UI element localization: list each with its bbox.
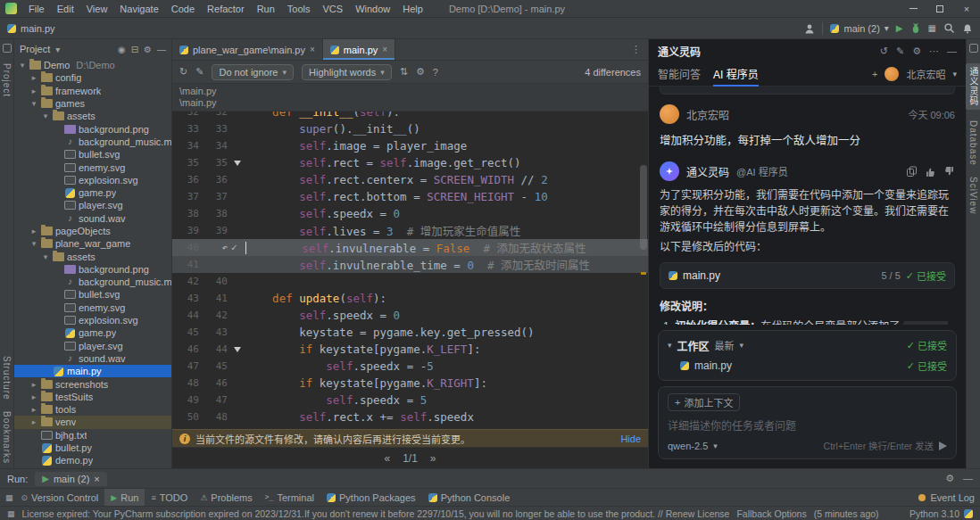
menu-item-code[interactable]: Code <box>165 0 201 18</box>
edit-icon[interactable]: ✎ <box>195 66 203 78</box>
close-tab-icon[interactable]: × <box>310 45 315 54</box>
diff-settings-icon[interactable]: ⚙ <box>416 66 425 78</box>
chevron-right-icon[interactable]: ▸ <box>29 392 38 401</box>
tool-window-switcher-icon[interactable]: ▦ <box>5 493 13 502</box>
tree-item[interactable]: explosion.svg <box>14 174 171 186</box>
tree-item[interactable]: ♪background_music.mp3 <box>14 276 171 288</box>
tree-item[interactable]: ▾assets <box>14 250 171 262</box>
tree-item[interactable]: game.py <box>14 326 171 339</box>
hide-panel-icon[interactable]: — <box>963 473 973 484</box>
python-interpreter[interactable]: Python 3.10 <box>909 508 959 519</box>
chevron-down-icon[interactable]: ▾ <box>18 61 27 70</box>
navigation-breadcrumb[interactable]: main.py <box>7 23 55 34</box>
tree-item[interactable]: bullet.py <box>14 442 171 454</box>
tree-item[interactable]: background.png <box>14 122 171 135</box>
history-icon[interactable]: ↺ <box>880 45 888 57</box>
add-icon[interactable]: + <box>872 69 877 79</box>
tree-item[interactable]: ♪sound.wav <box>14 212 171 225</box>
chat-input[interactable]: 详细描述你的任务或者问题 <box>668 417 947 433</box>
sidebar-item-database[interactable]: Database <box>968 120 978 166</box>
tool-window-button-todo[interactable]: ≡TODO <box>145 489 194 506</box>
fallback-options-link[interactable]: Fallback Options <box>736 508 806 519</box>
swap-sides-icon[interactable]: ⇅ <box>400 66 408 78</box>
chevron-down-icon[interactable]: ▾ <box>55 45 60 54</box>
tree-item[interactable]: ▸framework <box>14 85 171 97</box>
tool-window-button-version-control[interactable]: ⊙Version Control <box>15 489 105 506</box>
chevron-down-icon[interactable]: ▾ <box>41 111 50 120</box>
tree-item[interactable]: ▾games <box>14 97 171 110</box>
close-window-icon[interactable]: × <box>953 0 980 17</box>
tool-window-icon[interactable] <box>969 44 978 53</box>
tree-item[interactable]: ▸venv <box>14 416 171 428</box>
next-difference-icon[interactable]: » <box>430 452 436 465</box>
license-message[interactable]: License expired: Your PyCharm subscripti… <box>22 508 730 519</box>
tree-item[interactable]: ▸pageObjects <box>14 225 171 237</box>
locate-file-icon[interactable]: ◉ <box>118 45 126 54</box>
workspace-filter[interactable]: 最新 <box>715 338 735 352</box>
gear-icon[interactable]: ⚙ <box>912 45 921 57</box>
tree-item[interactable]: background.png <box>14 263 171 276</box>
code-editor[interactable]: 3232 def __init__(self):3333 super().__i… <box>172 111 648 429</box>
menu-item-view[interactable]: View <box>80 0 114 18</box>
event-log-button[interactable]: Event Log <box>918 492 975 503</box>
editor-scrollbar[interactable] <box>640 165 647 250</box>
tree-item[interactable]: ▸tools <box>14 403 171 416</box>
tree-item[interactable]: ▸screenshots <box>14 377 171 390</box>
add-context-button[interactable]: + 添加上下文 <box>668 393 740 411</box>
thumbs-up-icon[interactable] <box>925 166 936 177</box>
menu-item-window[interactable]: Window <box>349 0 396 18</box>
chevron-down-icon[interactable]: ▾ <box>41 252 50 261</box>
tree-item[interactable]: ▸config <box>14 71 171 84</box>
sidebar-item-structure[interactable]: Structure <box>2 356 12 400</box>
hide-panel-icon[interactable]: — <box>947 45 957 57</box>
maximize-window-icon[interactable] <box>926 0 953 17</box>
menu-item-edit[interactable]: Edit <box>51 0 80 18</box>
menu-item-file[interactable]: File <box>22 0 51 18</box>
collapse-all-icon[interactable]: ⊟ <box>131 45 138 54</box>
tree-item[interactable]: explosion.svg <box>14 314 171 326</box>
refresh-icon[interactable]: ↻ <box>179 66 187 78</box>
tool-window-button-run[interactable]: ▶Run <box>104 489 145 506</box>
tree-item[interactable]: player.svg <box>14 340 171 352</box>
chevron-right-icon[interactable]: ▸ <box>29 417 38 426</box>
run-tab-main-2[interactable]: ▶ main (2) × <box>35 472 106 486</box>
search-icon[interactable] <box>943 22 955 34</box>
hide-warning-link[interactable]: Hide <box>620 433 641 444</box>
model-select[interactable]: qwen-2.5 <box>668 441 708 451</box>
chevron-right-icon[interactable]: ▸ <box>29 227 38 235</box>
ignore-policy-dropdown[interactable]: Do not ignore ▾ <box>212 64 294 80</box>
chevron-down-icon[interactable]: ▾ <box>29 99 38 108</box>
chevron-right-icon[interactable]: ▸ <box>29 87 38 95</box>
thumbs-down-icon[interactable] <box>943 166 955 177</box>
grid-icon[interactable]: ▦ <box>7 509 15 518</box>
new-session-icon[interactable]: ✎ <box>896 45 904 57</box>
tree-item[interactable]: ♪sound.wav <box>14 352 171 365</box>
tree-item[interactable]: ♪background_music.mp3 <box>14 136 171 148</box>
chevron-right-icon[interactable]: ▸ <box>29 380 38 389</box>
tree-item[interactable]: game.py <box>14 186 171 199</box>
profile-name[interactable]: 北京宏昭 <box>906 67 945 81</box>
debug-button[interactable] <box>910 22 921 34</box>
tree-item[interactable]: main.py <box>14 365 171 377</box>
more-options-icon[interactable]: ⋮ <box>624 44 648 55</box>
sidebar-item-lingma[interactable]: 通义灵码 <box>966 63 980 110</box>
tool-window-button-python-console[interactable]: Python Console <box>422 489 517 506</box>
gear-icon[interactable]: ⚙ <box>144 45 152 54</box>
chat-history[interactable]: 北京宏昭 今天 09:06 增加积分功能，每打掉一个敌人增加一分 通义灵码 @A… <box>649 87 966 325</box>
menu-item-run[interactable]: Run <box>251 0 281 18</box>
chevron-right-icon[interactable]: ▸ <box>29 405 38 414</box>
profiler-icon[interactable]: ▦ <box>928 23 936 33</box>
workspace-header[interactable]: ▾ 工作区 最新 ▾ ✓已接受 <box>668 337 947 353</box>
chevron-right-icon[interactable]: ▸ <box>29 73 38 82</box>
notifications-bell-icon[interactable] <box>962 23 973 34</box>
sidebar-item-project[interactable]: Project <box>2 63 12 97</box>
minimize-window-icon[interactable] <box>900 0 926 17</box>
highlight-policy-dropdown[interactable]: Highlight words ▾ <box>302 64 392 80</box>
tree-item[interactable]: ▾DemoD:\Demo <box>14 59 171 71</box>
tree-item[interactable]: enemy.svg <box>14 161 171 173</box>
fold-marker-icon[interactable] <box>234 347 241 356</box>
tab-ai-programmer[interactable]: AI 程序员 <box>713 62 759 87</box>
tab-plane-war-game-main-py[interactable]: plane_war_game\main.py × <box>172 39 323 60</box>
close-tab-icon[interactable]: × <box>94 474 99 484</box>
tool-window-button-problems[interactable]: ⚠Problems <box>194 489 259 506</box>
